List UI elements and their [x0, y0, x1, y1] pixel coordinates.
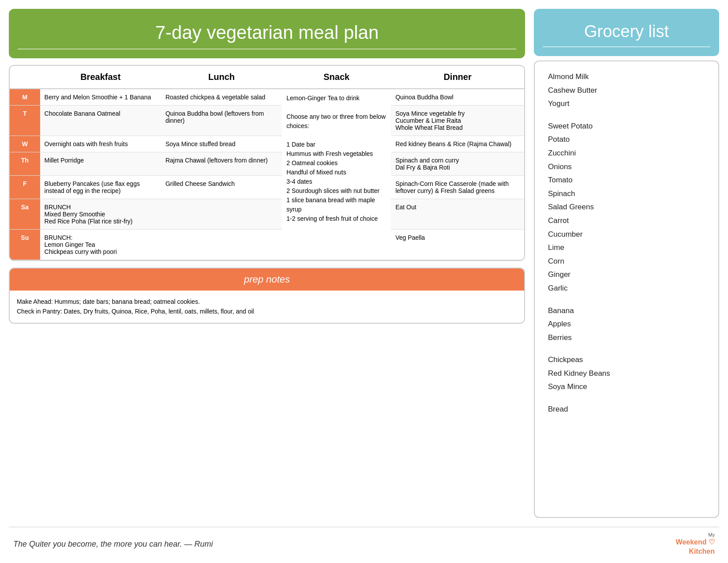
day-label: M — [10, 89, 40, 106]
breakfast-cell: BRUNCH: Lemon Ginger Tea Chickpeas curry… — [40, 230, 161, 260]
prep-notes-body: Make Ahead: Hummus; date bars; banana br… — [10, 291, 524, 323]
breakfast-cell: Overnight oats with fresh fruits — [40, 136, 161, 152]
dinner-header: Dinner — [391, 66, 524, 89]
lunch-cell: Grilled Cheese Sandwich — [161, 176, 282, 199]
table-row: TChocolate Banana OatmealQuinoa Buddha b… — [10, 106, 524, 136]
grocery-item: Spinach — [548, 187, 705, 201]
grocery-item: Berries — [548, 331, 705, 345]
grocery-item: Cashew Butter — [548, 84, 705, 98]
grocery-item: Red Kidney Beans — [548, 367, 705, 381]
table-row: MBerry and Melon Smoothie + 1 BananaRoas… — [10, 89, 524, 106]
right-panel: Grocery list Almond MilkCashew ButterYog… — [534, 9, 719, 518]
left-panel: 7-day vegetarian meal plan Breakfast Lun… — [9, 9, 525, 518]
prep-notes-container: prep notes Make Ahead: Hummus; date bars… — [9, 268, 525, 324]
breakfast-cell: BRUNCH Mixed Berry Smoothie Red Rice Poh… — [40, 199, 161, 230]
grocery-item: Zucchini — [548, 147, 705, 160]
meal-plan-title: 7-day vegetarian meal plan — [18, 22, 516, 43]
grocery-item: Garlic — [548, 282, 705, 295]
day-label: Sa — [10, 199, 40, 230]
dinner-cell: Spinach-Corn Rice Casserole (made with l… — [391, 176, 524, 199]
table-row: WOvernight oats with fresh fruitsSoya Mi… — [10, 136, 524, 152]
dinner-cell: Red kidney Beans & Rice (Rajma Chawal) — [391, 136, 524, 152]
lunch-cell — [161, 199, 282, 230]
prep-notes-line1: Make Ahead: Hummus; date bars; banana br… — [17, 297, 517, 306]
day-label: T — [10, 106, 40, 136]
table-row: ThMillet PorridgeRajma Chawal (leftovers… — [10, 152, 524, 176]
grocery-item: Salad Greens — [548, 200, 705, 214]
grocery-item: Sweet Potato — [548, 120, 705, 133]
lunch-cell: Soya Mince stuffed bread — [161, 136, 282, 152]
table-row: SuBRUNCH: Lemon Ginger Tea Chickpeas cur… — [10, 230, 524, 260]
day-col-header — [10, 66, 40, 89]
grocery-section-fruits: BananaApplesBerries — [548, 304, 705, 345]
table-row: SaBRUNCH Mixed Berry Smoothie Red Rice P… — [10, 199, 524, 230]
grocery-list: Almond MilkCashew ButterYogurt Sweet Pot… — [534, 60, 719, 518]
table-row: FBlueberry Pancakes (use flax eggs inste… — [10, 176, 524, 199]
lunch-cell — [161, 230, 282, 260]
grocery-item: Bread — [548, 403, 705, 416]
day-label: Th — [10, 152, 40, 176]
lunch-header: Lunch — [161, 66, 282, 89]
dinner-cell: Quinoa Buddha Bowl — [391, 89, 524, 106]
dinner-cell: Spinach and corn curry Dal Fry & Bajra R… — [391, 152, 524, 176]
grocery-section-bread: Bread — [548, 403, 705, 416]
lunch-cell: Roasted chickpea & vegetable salad — [161, 89, 282, 106]
grocery-item: Carrot — [548, 214, 705, 228]
dinner-cell: Eat Out — [391, 199, 524, 230]
grocery-item: Apples — [548, 317, 705, 331]
grocery-item: Lime — [548, 241, 705, 255]
grocery-header: Grocery list — [534, 9, 719, 56]
breakfast-cell: Berry and Melon Smoothie + 1 Banana — [40, 89, 161, 106]
grocery-item: Chickpeas — [548, 353, 705, 367]
breakfast-cell: Blueberry Pancakes (use flax eggs instea… — [40, 176, 161, 199]
logo-weekend: Weekend ♡ Kitchen — [676, 538, 715, 556]
day-label: W — [10, 136, 40, 152]
grocery-section-legumes: ChickpeasRed Kidney BeansSoya Mince — [548, 353, 705, 394]
footer: The Quiter you become, the more you can … — [0, 527, 728, 563]
dinner-cell: Soya Mince vegetable fry Cucumber & Lime… — [391, 106, 524, 136]
grocery-item: Onions — [548, 160, 705, 174]
grocery-item: Almond Milk — [548, 70, 705, 84]
day-label: Su — [10, 230, 40, 260]
lunch-cell: Quinoa Buddha bowl (leftovers from dinne… — [161, 106, 282, 136]
grocery-item: Yogurt — [548, 97, 705, 111]
breakfast-cell: Millet Porridge — [40, 152, 161, 176]
meal-table: Breakfast Lunch Snack Dinner MBerry and … — [10, 66, 524, 260]
meal-plan-header: 7-day vegetarian meal plan — [9, 9, 525, 58]
snack-header: Snack — [282, 66, 391, 89]
grocery-item: Tomato — [548, 174, 705, 187]
snack-cell: Lemon-Ginger Tea to drink Choose any two… — [282, 89, 391, 260]
logo-my: My — [676, 532, 715, 538]
grocery-item: Soya Mince — [548, 380, 705, 394]
grocery-title: Grocery list — [543, 22, 710, 41]
lunch-cell: Rajma Chawal (leftovers from dinner) — [161, 152, 282, 176]
footer-logo: My Weekend ♡ Kitchen — [676, 532, 715, 556]
footer-quote: The Quiter you become, the more you can … — [13, 540, 213, 549]
grocery-item: Cucumber — [548, 228, 705, 242]
grocery-item: Banana — [548, 304, 705, 318]
dinner-cell: Veg Paella — [391, 230, 524, 260]
grocery-item: Corn — [548, 255, 705, 268]
prep-notes-header: prep notes — [10, 268, 524, 291]
grocery-section-dairy: Almond MilkCashew ButterYogurt — [548, 70, 705, 111]
breakfast-header: Breakfast — [40, 66, 161, 89]
grocery-section-vegetables: Sweet PotatoPotatoZucchiniOnionsTomatoSp… — [548, 120, 705, 295]
grocery-item: Potato — [548, 133, 705, 147]
meal-table-container: Breakfast Lunch Snack Dinner MBerry and … — [9, 65, 525, 261]
prep-notes-line2: Check in Pantry: Dates, Dry fruits, Quin… — [17, 306, 517, 316]
day-label: F — [10, 176, 40, 199]
breakfast-cell: Chocolate Banana Oatmeal — [40, 106, 161, 136]
grocery-item: Ginger — [548, 268, 705, 282]
